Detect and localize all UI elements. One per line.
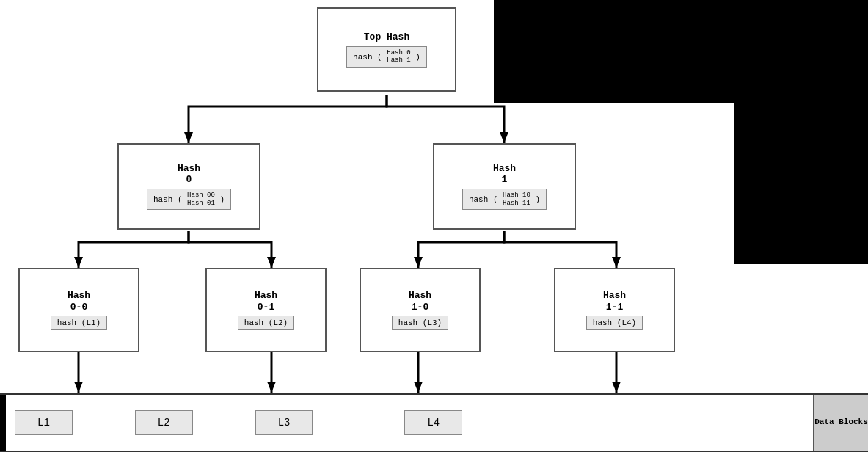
hash01-node: Hash0-1 hash (L2)	[205, 268, 327, 352]
left-border	[0, 395, 6, 451]
svg-marker-1	[267, 382, 276, 393]
data-blocks-row: L1 L2 L3 L4 Data Blocks	[0, 393, 868, 452]
hash00-node: Hash0-0 hash (L1)	[18, 268, 139, 352]
black-panel-top	[494, 0, 868, 103]
svg-marker-9	[612, 257, 621, 268]
svg-marker-8	[414, 257, 423, 268]
svg-marker-7	[267, 257, 276, 268]
hash10-title: Hash1-0	[409, 290, 431, 313]
hash01-formula: hash (L2)	[238, 316, 294, 330]
svg-marker-3	[612, 382, 621, 393]
top-hash-title: Top Hash	[364, 32, 409, 43]
hash00-title: Hash0-0	[68, 290, 90, 313]
hash10-node: Hash1-0 hash (L3)	[360, 268, 481, 352]
black-panel-mid	[734, 103, 868, 264]
svg-marker-2	[414, 382, 423, 393]
hash0-title: Hash0	[178, 163, 200, 186]
svg-marker-4	[184, 132, 193, 143]
data-block-l1: L1	[15, 410, 73, 435]
hash1-title: Hash1	[493, 163, 516, 186]
hash11-node: Hash1-1 hash (L4)	[554, 268, 675, 352]
hash11-formula: hash (L4)	[586, 316, 643, 330]
hash11-title: Hash1-1	[603, 290, 626, 313]
top-hash-node: Top Hash hash ( Hash 0Hash 1 )	[317, 7, 456, 92]
hash00-formula: hash (L1)	[51, 316, 107, 330]
svg-marker-6	[74, 257, 83, 268]
svg-marker-0	[74, 382, 83, 393]
hash0-formula: hash ( Hash 00Hash 01 )	[147, 189, 231, 211]
diagram-container: Top Hash hash ( Hash 0Hash 1 ) Hash0 has…	[0, 0, 868, 452]
data-blocks-label: Data Blocks	[813, 395, 868, 451]
top-hash-formula: hash ( Hash 0Hash 1 )	[346, 46, 427, 68]
data-block-l2: L2	[135, 410, 193, 435]
hash10-formula: hash (L3)	[392, 316, 448, 330]
hash1-node: Hash1 hash ( Hash 10Hash 11 )	[433, 143, 576, 230]
svg-marker-5	[500, 132, 508, 143]
data-block-l4: L4	[404, 410, 462, 435]
hash1-formula: hash ( Hash 10Hash 11 )	[462, 189, 547, 211]
hash0-node: Hash0 hash ( Hash 00Hash 01 )	[117, 143, 260, 230]
data-block-l3: L3	[255, 410, 313, 435]
hash01-title: Hash0-1	[255, 290, 277, 313]
